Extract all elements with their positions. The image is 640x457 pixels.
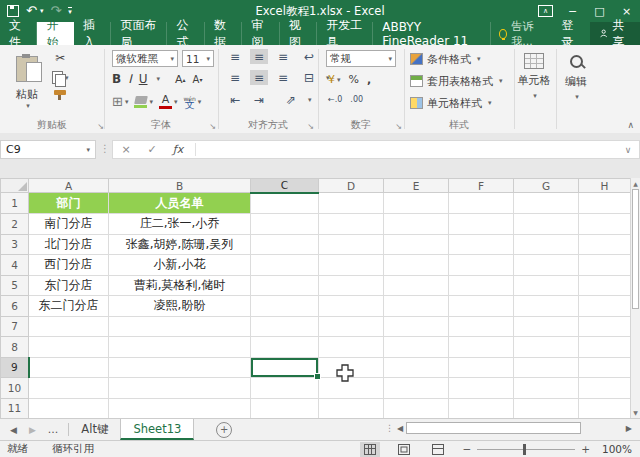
cell-E5[interactable] xyxy=(384,275,449,296)
row-header-6[interactable]: 6 xyxy=(1,296,29,317)
column-header-C[interactable]: C xyxy=(251,179,319,193)
cell-H2[interactable] xyxy=(579,214,631,235)
cell-A11[interactable] xyxy=(29,398,109,419)
percent-style-button[interactable]: % xyxy=(349,73,359,86)
clipboard-dialog-launcher-icon[interactable]: ↘ xyxy=(97,122,104,131)
merge-center-button[interactable]: ⊟ xyxy=(300,70,318,85)
share-button[interactable]: 共享 xyxy=(590,22,640,45)
cell-F3[interactable] xyxy=(449,234,514,255)
cell-B11[interactable] xyxy=(109,398,251,419)
tab-view[interactable]: 视图 xyxy=(280,22,317,45)
tab-home[interactable]: 开始 xyxy=(37,22,73,45)
cell-E1[interactable] xyxy=(384,193,449,214)
zoom-slider-thumb[interactable] xyxy=(523,444,526,455)
insert-function-icon[interactable]: ƒx xyxy=(165,143,191,156)
alignment-dialog-launcher-icon[interactable]: ↘ xyxy=(307,122,314,131)
collapse-ribbon-icon[interactable]: ∧ xyxy=(627,120,634,130)
phonetic-guide-button[interactable]: wén文▾ xyxy=(183,96,201,108)
cell-B4[interactable]: 小新,小花 xyxy=(109,255,251,276)
sign-in-button[interactable]: 登录 xyxy=(552,22,590,45)
shrink-font-button[interactable]: A▾ xyxy=(193,74,203,85)
font-dialog-launcher-icon[interactable]: ↘ xyxy=(209,122,216,131)
fill-color-button[interactable]: ▾ xyxy=(134,96,153,108)
cell-F7[interactable] xyxy=(449,316,514,337)
cell-C5[interactable] xyxy=(251,275,319,296)
cell-F11[interactable] xyxy=(449,398,514,419)
column-header-D[interactable]: D xyxy=(319,179,384,193)
sheet-nav-left-icon[interactable]: ◀ xyxy=(10,425,17,435)
cell-C2[interactable] xyxy=(251,214,319,235)
paste-button[interactable]: 粘贴 ▾ xyxy=(8,51,46,113)
cell-G6[interactable] xyxy=(514,296,579,317)
column-header-A[interactable]: A xyxy=(29,179,109,193)
align-center-button[interactable]: ≡ xyxy=(250,70,268,85)
cell-B2[interactable]: 庄二,张一,小乔 xyxy=(109,214,251,235)
zoom-out-icon[interactable]: − xyxy=(462,443,471,455)
cell-C11[interactable] xyxy=(251,398,319,419)
cell-D4[interactable] xyxy=(319,255,384,276)
cell-E2[interactable] xyxy=(384,214,449,235)
cell-A5[interactable]: 东门分店 xyxy=(29,275,109,296)
cell-A2[interactable]: 南门分店 xyxy=(29,214,109,235)
cell-E9[interactable] xyxy=(384,357,449,378)
hscroll-left-icon[interactable]: ◀ xyxy=(397,424,403,433)
cell-G9[interactable] xyxy=(514,357,579,378)
cell-E10[interactable] xyxy=(384,378,449,399)
conditional-formatting-button[interactable]: 条件格式 ▾ xyxy=(410,51,481,67)
tab-abbyy[interactable]: ABBYY FineReader 11 xyxy=(373,22,491,45)
align-middle-button[interactable]: ≡ xyxy=(250,49,268,64)
font-name-combo[interactable]: 微软雅黑▾ xyxy=(112,50,178,67)
cell-D1[interactable] xyxy=(319,193,384,214)
cell-H1[interactable] xyxy=(579,193,631,214)
page-layout-view-button[interactable] xyxy=(394,442,414,457)
align-bottom-button[interactable]: ≡ xyxy=(274,49,292,64)
format-as-table-button[interactable]: 套用表格格式 ▾ xyxy=(410,73,503,89)
zoom-level[interactable]: 100% xyxy=(598,443,632,455)
increase-decimal-icon[interactable]: ←.0 xyxy=(328,95,342,104)
tab-formulas[interactable]: 公式 xyxy=(167,22,204,45)
tab-page-layout[interactable]: 页面布局 xyxy=(111,22,167,45)
cell-B3[interactable]: 张鑫,胡婷,陈珊,吴列 xyxy=(109,234,251,255)
undo-dropdown-icon[interactable]: ▾ xyxy=(40,8,44,15)
close-button[interactable]: × xyxy=(613,0,640,22)
cell-F1[interactable] xyxy=(449,193,514,214)
tab-split-handle-icon[interactable]: ⋮ xyxy=(385,423,394,433)
cell-D5[interactable] xyxy=(319,275,384,296)
align-right-button[interactable]: ≡ xyxy=(274,70,292,85)
scroll-up-icon[interactable]: ▲ xyxy=(631,180,640,187)
number-format-combo[interactable]: 常规▾ xyxy=(326,50,396,67)
editing-button[interactable]: 编辑 ▾ xyxy=(556,53,596,101)
cell-B6[interactable]: 凌熙,盼盼 xyxy=(109,296,251,317)
tab-data[interactable]: 数据 xyxy=(205,22,242,45)
cell-F5[interactable] xyxy=(449,275,514,296)
cell-G7[interactable] xyxy=(514,316,579,337)
row-header-9[interactable]: 9 xyxy=(1,357,29,378)
save-icon[interactable] xyxy=(7,5,19,17)
cell-F10[interactable] xyxy=(449,378,514,399)
cell-H4[interactable] xyxy=(579,255,631,276)
cell-B9[interactable] xyxy=(109,357,251,378)
align-top-button[interactable]: ≡ xyxy=(226,49,244,64)
wrap-text-icon[interactable]: ↩ xyxy=(300,49,318,64)
tab-developer[interactable]: 开发工具 xyxy=(317,22,373,45)
row-header-8[interactable]: 8 xyxy=(1,337,29,358)
row-header-2[interactable]: 2 xyxy=(1,214,29,235)
cell-F8[interactable] xyxy=(449,337,514,358)
decrease-decimal-icon[interactable]: .00 xyxy=(350,95,363,104)
undo-icon[interactable]: ↶ xyxy=(26,6,37,16)
vertical-scrollbar-thumb[interactable] xyxy=(632,189,639,309)
row-header-5[interactable]: 5 xyxy=(1,275,29,296)
cell-D8[interactable] xyxy=(319,337,384,358)
grow-font-button[interactable]: A▴ xyxy=(175,73,186,86)
accounting-format-button[interactable]: ¥▾ xyxy=(328,73,341,86)
restore-button[interactable]: □ xyxy=(586,0,613,22)
hscroll-right-icon[interactable]: ▶ xyxy=(626,424,632,433)
cell-A7[interactable] xyxy=(29,316,109,337)
cell-E7[interactable] xyxy=(384,316,449,337)
cell-H7[interactable] xyxy=(579,316,631,337)
cell-E11[interactable] xyxy=(384,398,449,419)
tell-me-box[interactable]: 告诉我... xyxy=(491,22,551,45)
row-header-7[interactable]: 7 xyxy=(1,316,29,337)
underline-button[interactable]: U xyxy=(139,72,148,86)
cell-A10[interactable] xyxy=(29,378,109,399)
